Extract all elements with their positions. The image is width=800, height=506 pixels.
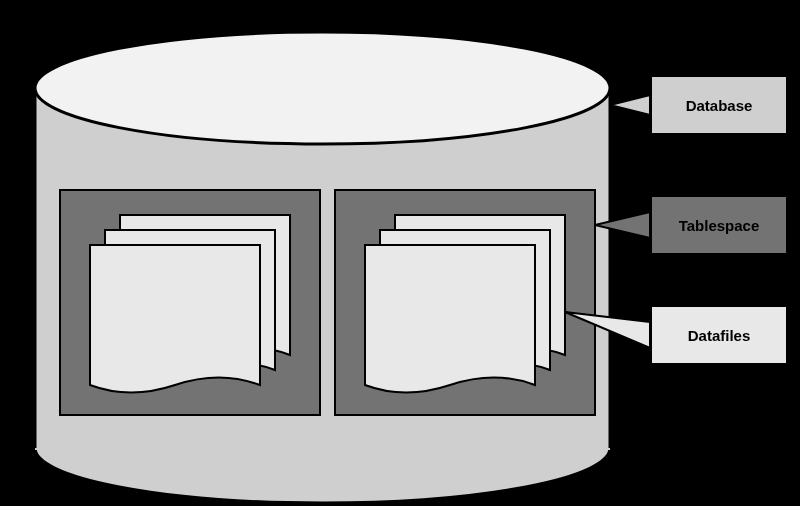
tablespace-right bbox=[335, 190, 595, 415]
database-label-text: Database bbox=[686, 97, 753, 114]
tablespace-left bbox=[60, 190, 320, 415]
datafiles-stack-left bbox=[90, 215, 290, 393]
svg-point-5 bbox=[35, 32, 610, 144]
datafiles-stack-right bbox=[365, 215, 565, 393]
tablespace-label-text: Tablespace bbox=[679, 217, 760, 234]
database-label: Database bbox=[650, 75, 788, 135]
datafiles-label-text: Datafiles bbox=[688, 327, 751, 344]
database-callout-pointer bbox=[610, 95, 650, 115]
tablespace-label: Tablespace bbox=[650, 195, 788, 255]
datafiles-label: Datafiles bbox=[650, 305, 788, 365]
